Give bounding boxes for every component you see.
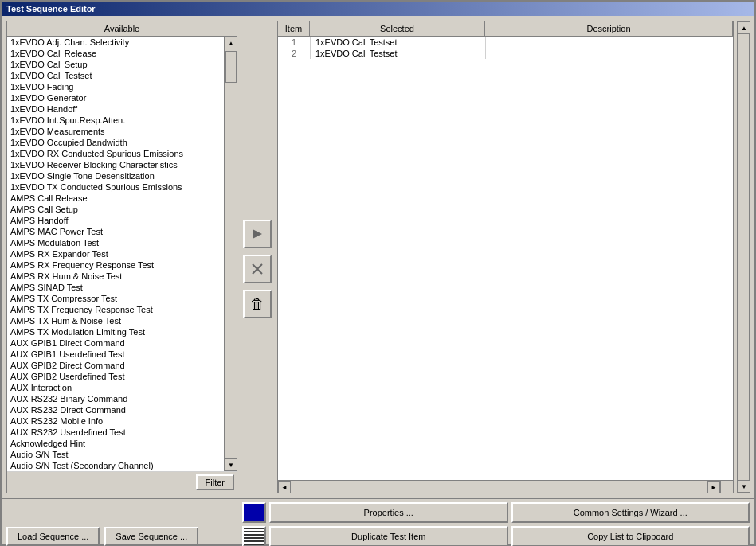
available-list-item[interactable]: AMPS TX Compressor Test (7, 293, 224, 304)
selected-row-item: 2 (278, 48, 310, 59)
lines-swatch-button[interactable] (242, 526, 266, 546)
available-list-item[interactable]: AMPS TX Modulation Limiting Test (7, 326, 224, 337)
main-window: Test Sequence Editor Available 1xEVDO Ad… (0, 0, 756, 546)
corner-box (720, 481, 733, 493)
available-list-item[interactable]: AMPS RX Frequency Response Test (7, 259, 224, 271)
available-list-item[interactable]: 1xEVDO Single Tone Desensitization (7, 170, 224, 181)
blue-swatch-button[interactable] (242, 502, 266, 523)
filter-button[interactable]: Filter (196, 474, 234, 490)
delete-button[interactable]: 🗑 (243, 290, 272, 318)
scroll-left-btn[interactable]: ◄ (278, 481, 291, 493)
available-list[interactable]: 1xEVDO Adj. Chan. Selectivity1xEVDO Call… (7, 37, 224, 471)
available-list-item[interactable]: Acknowledged Hint (7, 438, 224, 449)
selected-row-desc (485, 37, 733, 48)
right-scroll-up[interactable]: ▲ (738, 21, 750, 34)
scroll-down-btn[interactable]: ▼ (225, 458, 237, 471)
available-list-item[interactable]: Audio S/N Test (7, 449, 224, 460)
header-description: Description (485, 21, 733, 36)
available-list-item[interactable]: 1xEVDO Call Release (7, 48, 224, 59)
add-button[interactable] (243, 220, 272, 248)
middle-controls: 🗑 (241, 21, 274, 493)
available-list-item[interactable]: 1xEVDO Receiver Blocking Characteristics (7, 159, 224, 170)
bottom-left-buttons: Load Sequence ... Save Sequence ... (6, 527, 237, 546)
available-header: Available (7, 21, 237, 37)
available-list-item[interactable]: AUX Interaction (7, 382, 224, 393)
right-scrollbar-h: ◄ ► (278, 480, 733, 493)
duplicate-button[interactable]: Duplicate Test Item (269, 526, 508, 546)
available-list-item[interactable]: 1xEVDO TX Conducted Spurious Emissions (7, 181, 224, 193)
available-list-item[interactable]: 1xEVDO Occupied Bandwidth (7, 137, 224, 148)
h-scroll-track (291, 481, 707, 493)
available-list-item[interactable]: 1xEVDO Fading (7, 81, 224, 92)
scroll-up-btn[interactable]: ▲ (225, 37, 237, 49)
title-text: Test Sequence Editor (6, 4, 96, 14)
add-icon (249, 226, 265, 242)
copy-list-button[interactable]: Copy List to Clipboard (511, 526, 750, 546)
selected-row-desc (485, 48, 733, 59)
delete-icon: 🗑 (250, 296, 264, 313)
scroll-track (225, 49, 237, 458)
available-list-item[interactable]: AMPS TX Frequency Response Test (7, 304, 224, 315)
header-selected: Selected (310, 21, 485, 36)
right-scroll-down[interactable]: ▼ (738, 480, 750, 493)
available-list-item[interactable]: 1xEVDO Call Testset (7, 70, 224, 81)
bottom-area: Load Sequence ... Save Sequence ... Prop… (2, 498, 754, 546)
available-list-item[interactable]: AUX GPIB1 Direct Command (7, 337, 224, 349)
header-item: Item (278, 21, 310, 36)
available-list-item[interactable]: 1xEVDO Generator (7, 92, 224, 103)
available-list-item[interactable]: AMPS RX Hum & Noise Test (7, 271, 224, 282)
selected-list[interactable]: 1 1xEVDO Call Testset 2 1xEVDO Call Test… (278, 37, 733, 480)
available-list-item[interactable]: AUX GPIB1 Userdefined Test (7, 349, 224, 360)
bottom-row-1: Properties ... Common Settings / Wizard … (242, 502, 750, 523)
selected-row-item: 1 (278, 37, 310, 48)
remove-icon (251, 263, 264, 275)
properties-button[interactable]: Properties ... (269, 502, 508, 523)
available-list-item[interactable]: AMPS MAC Power Test (7, 226, 224, 237)
available-list-item[interactable]: AMPS Modulation Test (7, 237, 224, 248)
available-scrollbar[interactable]: ▲ ▼ (224, 37, 237, 471)
available-list-item[interactable]: 1xEVDO Measurements (7, 126, 224, 137)
available-list-container: 1xEVDO Adj. Chan. Selectivity1xEVDO Call… (7, 37, 237, 471)
scroll-right-btn[interactable]: ► (707, 481, 720, 493)
available-list-item[interactable]: AUX RS232 Mobile Info (7, 415, 224, 427)
available-list-item[interactable]: AMPS Handoff (7, 215, 224, 226)
available-list-item[interactable]: AMPS Call Setup (7, 204, 224, 215)
available-list-item[interactable]: 1xEVDO Adj. Chan. Selectivity (7, 37, 224, 48)
selected-row-name: 1xEVDO Call Testset (310, 48, 485, 59)
available-list-item[interactable]: 1xEVDO Call Setup (7, 59, 224, 70)
title-bar: Test Sequence Editor (2, 2, 754, 16)
bottom-right-area: Properties ... Common Settings / Wizard … (242, 502, 750, 546)
available-list-item[interactable]: 1xEVDO Handoff (7, 103, 224, 115)
available-list-item[interactable]: AMPS TX Hum & Noise Test (7, 315, 224, 326)
available-list-item[interactable]: AMPS RX Expandor Test (7, 248, 224, 259)
available-list-item[interactable]: 1xEVDO RX Conducted Spurious Emissions (7, 148, 224, 159)
scroll-thumb[interactable] (225, 51, 237, 83)
available-list-item[interactable]: AMPS Call Release (7, 193, 224, 204)
filter-area: Filter (7, 471, 237, 493)
available-list-item[interactable]: Audio S/N Test (Secondary Channel) (7, 460, 224, 471)
available-list-item[interactable]: AUX RS232 Binary Command (7, 393, 224, 404)
bottom-row-2: Duplicate Test Item Copy List to Clipboa… (242, 526, 750, 546)
available-list-item[interactable]: AMPS SINAD Test (7, 282, 224, 293)
selected-header: Item Selected Description (278, 21, 733, 37)
svg-marker-0 (253, 229, 262, 239)
selected-list-row[interactable]: 1 1xEVDO Call Testset (278, 37, 733, 48)
available-panel: Available 1xEVDO Adj. Chan. Selectivity1… (6, 21, 237, 493)
selected-row-name: 1xEVDO Call Testset (310, 37, 485, 48)
available-list-item[interactable]: AUX RS232 Userdefined Test (7, 427, 224, 438)
load-sequence-button[interactable]: Load Sequence ... (6, 527, 100, 546)
available-list-item[interactable]: AUX RS232 Direct Command (7, 404, 224, 415)
right-scroll-track (738, 34, 749, 480)
available-list-item[interactable]: AUX GPIB2 Userdefined Test (7, 371, 224, 382)
available-list-item[interactable]: AUX GPIB2 Direct Command (7, 360, 224, 371)
main-content: Available 1xEVDO Adj. Chan. Selectivity1… (2, 16, 754, 498)
right-panel-scrollbar: ▲ ▼ (737, 21, 750, 493)
selected-list-row[interactable]: 2 1xEVDO Call Testset (278, 48, 733, 59)
available-list-item[interactable]: 1xEVDO Int.Spur.Resp.Atten. (7, 115, 224, 126)
save-sequence-button[interactable]: Save Sequence ... (104, 527, 198, 546)
selected-panel: Item Selected Description 1 1xEVDO Call … (277, 21, 734, 493)
remove-button[interactable] (243, 255, 272, 283)
common-settings-button[interactable]: Common Settings / Wizard ... (511, 502, 750, 523)
